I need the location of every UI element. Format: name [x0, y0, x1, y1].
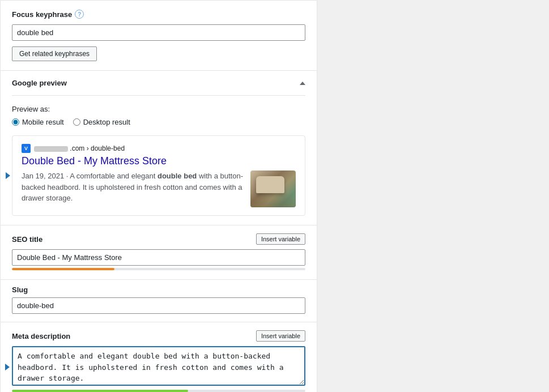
google-page-title[interactable]: Double Bed - My Mattress Store	[22, 155, 296, 167]
google-preview-header[interactable]: Google preview	[1, 71, 317, 95]
meta-description-progress-bar	[12, 390, 305, 392]
seo-title-label: SEO title	[12, 235, 42, 244]
get-related-keyphrases-button[interactable]: Get related keyphrases	[12, 46, 97, 61]
seo-title-header: SEO title Insert variable	[12, 233, 305, 245]
mobile-label: Mobile result	[22, 118, 64, 126]
mobile-result-option[interactable]: Mobile result	[12, 118, 64, 126]
preview-radio-group: Mobile result Desktop result	[12, 118, 305, 126]
mobile-radio[interactable]	[12, 118, 19, 126]
slug-input[interactable]	[12, 297, 305, 314]
focus-keyphrase-title: Focus keyphrase ?	[12, 10, 305, 19]
preview-content: Preview as: Mobile result Desktop result…	[1, 96, 317, 225]
google-preview-image	[250, 171, 296, 207]
google-preview-section: Google preview Preview as: Mobile result…	[1, 71, 317, 225]
meta-description-label: Meta description	[12, 332, 70, 340]
slug-label: Slug	[12, 286, 305, 294]
chevron-up-icon	[300, 82, 305, 85]
focus-keyphrase-section: Focus keyphrase ? Get related keyphrases	[1, 1, 317, 71]
right-panel	[317, 0, 549, 392]
meta-description-wrapper: A comfortable and elegant double bed wit…	[12, 346, 305, 387]
seo-title-input[interactable]	[12, 249, 305, 266]
seo-title-progress-fill	[12, 268, 114, 270]
meta-description-progress-fill	[12, 390, 188, 392]
preview-as-label: Preview as:	[12, 105, 305, 113]
google-preview-title: Google preview	[12, 79, 67, 87]
meta-description-arrow	[5, 364, 10, 370]
meta-description-section: Meta description Insert variable A comfo…	[1, 322, 317, 392]
focus-keyphrase-label: Focus keyphrase	[12, 10, 72, 19]
meta-description-header: Meta description Insert variable	[12, 330, 305, 342]
google-description: Jan 19, 2021 · A comfortable and elegant…	[22, 171, 245, 204]
google-body: Jan 19, 2021 · A comfortable and elegant…	[22, 171, 296, 207]
seo-title-progress-bar	[12, 268, 305, 270]
seo-title-section: SEO title Insert variable	[1, 225, 317, 280]
help-icon[interactable]: ?	[75, 10, 84, 19]
url-blur	[34, 146, 68, 152]
google-date: Jan 19, 2021	[22, 172, 64, 180]
slug-section: Slug	[1, 280, 317, 322]
desktop-result-option[interactable]: Desktop result	[73, 118, 130, 126]
google-url-text: .com › double-bed	[34, 144, 125, 152]
url-suffix: .com › double-bed	[70, 144, 125, 152]
google-url-row: V .com › double-bed	[22, 144, 296, 153]
google-favicon: V	[22, 144, 31, 153]
meta-description-insert-variable-button[interactable]: Insert variable	[256, 330, 305, 342]
meta-description-textarea[interactable]: A comfortable and elegant double bed wit…	[12, 346, 305, 386]
desktop-label: Desktop result	[83, 118, 130, 126]
seo-title-insert-variable-button[interactable]: Insert variable	[256, 233, 305, 245]
google-card-arrow	[6, 172, 10, 179]
focus-keyphrase-input[interactable]	[12, 24, 305, 41]
desktop-radio[interactable]	[73, 118, 80, 126]
google-preview-card: V .com › double-bed Double Bed - My Matt…	[12, 135, 305, 216]
